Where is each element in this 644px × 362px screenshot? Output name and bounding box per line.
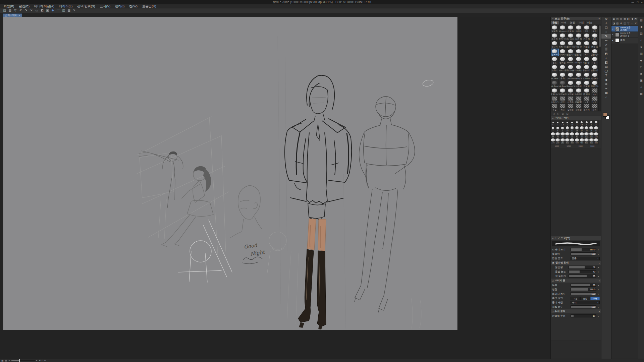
brush-size-item[interactable]: 120 <box>589 132 594 138</box>
brush-item[interactable]: 수풀 <box>551 104 559 111</box>
command-icon[interactable]: ▣ <box>45 8 50 13</box>
brush-item[interactable]: Ink Brush <box>551 80 559 88</box>
brush-item[interactable]: 딱딱한 <box>551 25 559 33</box>
menu-item[interactable]: 창(W) <box>127 4 140 8</box>
command-icon[interactable]: ✚ <box>50 8 55 13</box>
layer-row[interactable]: ● 100 % 표준 스케치 <box>611 26 638 32</box>
layer-visibility-icon[interactable]: ● <box>612 34 614 36</box>
subtool-scrollbar[interactable] <box>598 25 601 111</box>
command-icon[interactable]: ◩ <box>40 8 45 13</box>
palette-tab-icon[interactable]: ▣ <box>638 77 644 84</box>
command-icon[interactable]: ◫ <box>61 8 66 13</box>
brush-item[interactable]: 번짐 수채 <box>567 49 575 57</box>
brush-item[interactable]: DM PEN <box>567 72 575 80</box>
brush-density-slider[interactable]: 100 <box>571 292 596 295</box>
command-icon[interactable]: ⌒ <box>56 8 61 13</box>
brush-item[interactable]: 채색하기 <box>559 49 567 57</box>
slider-popup-icon[interactable]: ▸ <box>597 315 600 317</box>
command-icon[interactable]: ✎ <box>72 8 77 13</box>
brush-item[interactable]: 리얼 G <box>567 25 575 33</box>
command-icon[interactable]: ▧ <box>7 8 12 13</box>
brush-size-item[interactable]: 80 <box>575 132 580 138</box>
brush-size-item[interactable]: 70 <box>570 132 575 138</box>
menu-item[interactable]: 필터(I) <box>113 4 127 8</box>
layer-thumbnail[interactable] <box>615 33 620 37</box>
brush-size-item[interactable]: 60 <box>565 132 570 138</box>
brush-item[interactable]: 연한 잉크 <box>591 49 599 57</box>
brush-size-item[interactable]: 7 <box>551 126 555 132</box>
blend-mode-dropdown[interactable]: 표준▾ <box>571 257 600 260</box>
slider-popup-icon[interactable]: ▸ <box>597 284 600 286</box>
brush-item[interactable]: 연필 R <box>583 80 591 88</box>
brush-item[interactable]: 구름 <box>583 96 591 104</box>
brush-item[interactable]: 진한 수채2 <box>591 64 599 72</box>
panel-tab-icon[interactable]: ▤ <box>616 17 619 21</box>
scrollbar-thumb[interactable] <box>599 25 601 47</box>
brush-size-panel-header[interactable]: ≡ 브러시 크기 <box>551 116 601 120</box>
brush-item[interactable]: 엣지 수채 <box>559 33 567 41</box>
brush-item[interactable]: 프린지 <box>583 104 591 111</box>
brush-item[interactable]: 스푼펜 <box>551 33 559 41</box>
panel-menu-icon[interactable]: ≡ <box>552 117 553 119</box>
brush-item[interactable]: 잉크W <box>551 49 559 57</box>
brush-size-item[interactable]: 25 <box>589 126 594 132</box>
brush-item[interactable]: G펜 2 <box>591 56 599 64</box>
brush-size-item[interactable]: 800 <box>594 138 599 144</box>
watercolor-edge-section[interactable]: □ 수채 경계 ▾ <box>551 309 601 314</box>
mix-method-chip[interactable]: 기본 <box>571 297 580 300</box>
brush-size-item[interactable]: 30 <box>594 126 599 132</box>
brush-size-item[interactable]: 12 <box>570 126 575 132</box>
tool-icon[interactable]: ✛ <box>601 21 611 25</box>
brush-size-item[interactable]: 5 <box>589 120 594 126</box>
tool-icon[interactable]: ◩ <box>601 52 611 56</box>
brush-item[interactable]: 둥근 펜 <box>575 33 583 41</box>
subtool-tab[interactable]: 데코 <box>586 21 594 24</box>
brush-item[interactable]: 유화 <box>559 72 567 80</box>
brush-item[interactable]: 밀리펜 <box>559 56 567 64</box>
layer-toolbar-icon[interactable]: ◪ <box>612 21 615 25</box>
brush-item[interactable]: 샤프심 <box>575 80 583 88</box>
tool-icon[interactable]: ◌ <box>601 30 611 34</box>
brush-size-item[interactable]: 250 <box>560 138 565 144</box>
panel-tab-icon[interactable]: ◧ <box>627 17 630 21</box>
tool-icon[interactable]: ⌂ <box>601 95 611 100</box>
layer-toolbar-icon[interactable]: ◫ <box>623 21 627 25</box>
tool-icon[interactable]: ▒ <box>601 47 611 52</box>
brush-size-item[interactable]: 9 <box>560 126 565 132</box>
section-expand-icon[interactable]: ▾ <box>599 280 600 282</box>
panel-tab-icon[interactable]: ▥ <box>620 17 623 21</box>
brush-item[interactable]: G펜 <box>583 25 591 33</box>
brush-size-slider[interactable]: 110.0 <box>571 248 596 251</box>
tool-icon[interactable]: ◧ <box>601 60 611 65</box>
palette-tab-icon[interactable]: ▧ <box>638 17 644 23</box>
brush-item[interactable]: 맑은 수채 <box>567 41 575 49</box>
subtool-tab[interactable]: 운필 <box>551 21 559 24</box>
paper-texture-dropdown[interactable]: 화지▾ <box>571 301 600 304</box>
layer-toolbar-icon[interactable]: ✚ <box>620 21 623 25</box>
brush-item[interactable]: for paint2 <box>551 72 559 80</box>
slider-popup-icon[interactable]: ▸ <box>597 293 600 295</box>
statusbar-icon[interactable]: ▦ <box>1 359 4 362</box>
brush-item[interactable]: 울타리 <box>567 104 575 111</box>
canvas-tab-close-icon[interactable]: × <box>19 14 20 17</box>
mix-paint-slider[interactable]: 58 <box>569 266 596 269</box>
section-expand-icon[interactable]: ▾ <box>599 262 600 264</box>
subtool-tab[interactable]: 수채 <box>577 21 586 24</box>
subtool-tab[interactable]: 연필 <box>568 21 577 24</box>
brush-item[interactable]: 기름 2 <box>583 41 591 49</box>
paper-density-slider[interactable]: 100 <box>571 305 596 308</box>
menu-item[interactable]: 편집(E) <box>16 4 32 8</box>
slider-popup-icon[interactable]: ▸ <box>597 253 600 255</box>
tool-icon[interactable]: ✂ <box>601 86 611 91</box>
brush-item[interactable]: 스프레이 <box>575 88 583 96</box>
subtool-footer-icon[interactable]: ⊟ <box>567 112 569 116</box>
command-icon[interactable]: ▽ <box>13 8 18 13</box>
checkbox-icon[interactable]: □ <box>552 280 553 282</box>
menu-item[interactable]: 도움말(H) <box>140 4 159 8</box>
command-icon[interactable]: ✕ <box>29 8 34 13</box>
direction-slider[interactable]: 246.0 <box>571 288 596 291</box>
brush-item[interactable]: Spanci 붓 <box>567 80 575 88</box>
brush-size-item[interactable]: 1.5 <box>560 120 565 126</box>
tool-icon[interactable]: ⊕ <box>601 17 611 21</box>
subtool-tab[interactable]: 마커 <box>559 21 568 24</box>
